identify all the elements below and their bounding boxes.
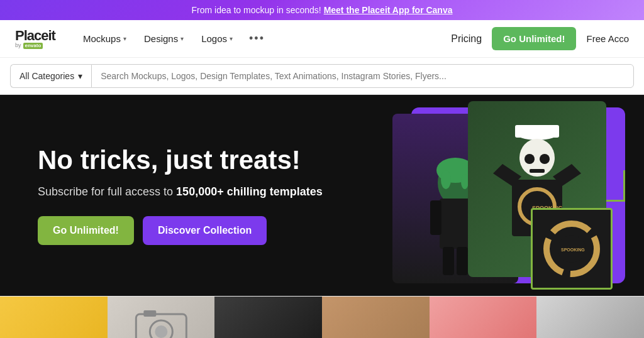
category-dropdown[interactable]: All Categories ▾ [10, 64, 91, 88]
go-unlimited-hero-button[interactable]: Go Unlimited! [38, 216, 134, 245]
nav-free-account-link[interactable]: Free Acco [586, 33, 629, 44]
list-item[interactable] [322, 297, 430, 338]
svg-rect-1 [440, 199, 471, 249]
svg-point-7 [441, 170, 451, 189]
list-item[interactable] [536, 297, 644, 338]
svg-point-12 [525, 154, 535, 164]
discover-collection-button[interactable]: Discover Collection [143, 216, 267, 245]
list-item[interactable] [214, 297, 322, 338]
nav-more-button[interactable]: ••• [243, 27, 271, 50]
nav-item-designs[interactable]: Designs ▾ [136, 28, 191, 49]
svg-point-26 [155, 325, 167, 338]
snake-circle-right-svg: SPOOKING [540, 217, 603, 280]
search-input-wrap [91, 64, 634, 88]
search-bar: All Categories ▾ [0, 58, 644, 95]
hero-subtitle-highlight: 150,000+ chilling templates [176, 185, 323, 198]
category-label: All Categories [19, 71, 74, 81]
nav-designs-label: Designs [144, 33, 178, 44]
list-item[interactable] [108, 297, 215, 338]
chevron-down-icon: ▾ [123, 35, 126, 42]
hero-subtitle-prefix: Subscribe for full access to [38, 185, 176, 198]
svg-rect-4 [443, 247, 454, 275]
banner-link[interactable]: Meet the Placeit App for Canva [324, 5, 453, 15]
banner-text: From idea to mockup in seconds! [192, 5, 321, 15]
list-item[interactable] [0, 297, 108, 338]
logo-by-text: by envato [15, 43, 55, 49]
hero-images: SPOOKING SPOOKING SPOOKING [342, 95, 644, 296]
svg-rect-27 [143, 310, 156, 317]
hero-buttons: Go Unlimited! Discover Collection [38, 216, 323, 245]
nav-pricing-link[interactable]: Pricing [451, 33, 482, 45]
search-input[interactable] [101, 71, 625, 81]
more-dots-icon: ••• [249, 32, 265, 45]
nav-item-mockups[interactable]: Mockups ▾ [75, 28, 134, 49]
chevron-down-icon: ▾ [180, 35, 184, 42]
nav-links: Mockups ▾ Designs ▾ Logos ▾ ••• [75, 27, 451, 50]
svg-rect-5 [457, 247, 468, 275]
hero-subtitle: Subscribe for full access to 150,000+ ch… [38, 185, 323, 199]
svg-point-13 [540, 154, 550, 164]
list-item[interactable] [430, 297, 537, 338]
chevron-down-icon: ▾ [230, 35, 233, 42]
logo[interactable]: Placeit by envato [15, 29, 55, 49]
logo-placeit-text: Placeit [15, 29, 55, 43]
hero-content: No tricks, just treats! Subscribe for fu… [0, 121, 360, 270]
bottom-thumbnail-strip [0, 296, 644, 338]
nav-right: Pricing Go Unlimited! Free Acco [451, 27, 629, 50]
navbar: Placeit by envato Mockups ▾ Designs ▾ Lo… [0, 20, 644, 58]
hero-section: No tricks, just treats! Subscribe for fu… [0, 95, 644, 296]
top-banner: From idea to mockup in seconds! Meet the… [0, 0, 644, 20]
envato-badge: envato [23, 43, 43, 49]
nav-logos-label: Logos [201, 33, 227, 44]
go-unlimited-nav-button[interactable]: Go Unlimited! [492, 27, 576, 50]
svg-rect-10 [515, 125, 559, 138]
chevron-down-icon: ▾ [78, 71, 82, 81]
svg-rect-14 [530, 169, 545, 173]
nav-mockups-label: Mockups [83, 33, 121, 44]
svg-text:SPOOKING: SPOOKING [561, 248, 585, 252]
hero-small-card-right: SPOOKING [531, 208, 613, 290]
svg-rect-2 [430, 200, 441, 235]
camera-icon [108, 297, 215, 338]
hero-title: No tricks, just treats! [38, 146, 323, 175]
nav-item-logos[interactable]: Logos ▾ [194, 28, 240, 49]
